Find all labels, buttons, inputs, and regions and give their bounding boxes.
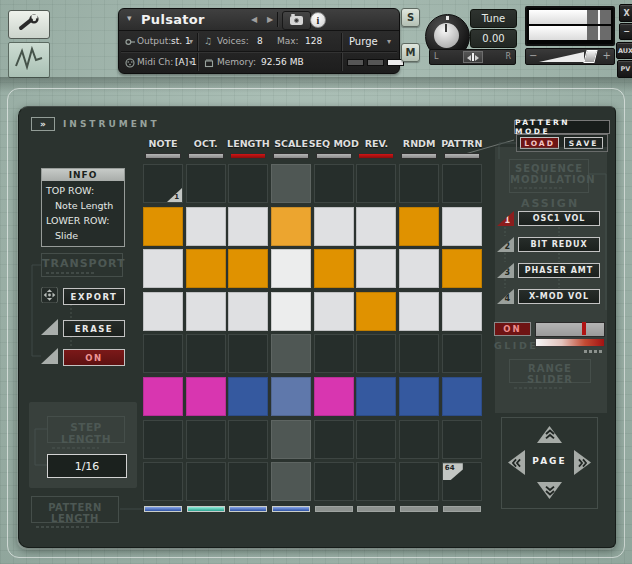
column-header[interactable]: SEQ MOD [314, 137, 354, 150]
erase-button[interactable]: ERASE [63, 320, 125, 337]
step-cell[interactable] [314, 334, 354, 373]
step-cell[interactable] [271, 292, 311, 331]
step-cell[interactable] [271, 334, 311, 373]
step-cell[interactable] [399, 420, 439, 459]
waveform-button[interactable] [8, 42, 50, 78]
volume-slider[interactable]: − + [525, 48, 615, 65]
mute-button[interactable]: M [401, 43, 420, 62]
step-cell[interactable] [399, 334, 439, 373]
column-header[interactable]: NOTE [143, 137, 183, 150]
tune-value[interactable]: 0.00 [470, 29, 517, 48]
step-cell[interactable] [228, 420, 268, 459]
snapshot-camera-button[interactable] [282, 11, 311, 30]
step-cell[interactable]: 1 [143, 164, 183, 203]
step-cell[interactable] [356, 462, 396, 501]
glide-on-button[interactable]: ON [494, 322, 531, 336]
export-button[interactable]: EXPORT [63, 288, 125, 305]
page-right-button[interactable] [574, 450, 591, 475]
step-cell[interactable] [442, 377, 482, 416]
minimize-button[interactable]: − [619, 23, 632, 40]
step-cell[interactable] [271, 207, 311, 246]
step-cell[interactable] [228, 462, 268, 501]
page-up-button[interactable] [537, 426, 562, 443]
column-header[interactable]: SCALE [271, 137, 311, 150]
title-dropdown-icon[interactable]: ▾ [127, 13, 132, 23]
assign-slot-button[interactable]: PHASER AMT [518, 263, 600, 278]
step-cell[interactable] [186, 164, 226, 203]
assign-slot-number[interactable]: 1 [497, 211, 514, 226]
step-cell[interactable] [314, 377, 354, 416]
step-cell[interactable] [228, 164, 268, 203]
step-cell[interactable] [271, 164, 311, 203]
close-button[interactable]: X [619, 4, 632, 22]
assign-slot-number[interactable]: 4 [497, 289, 514, 304]
step-cell[interactable] [271, 377, 311, 416]
pattern-page-bar[interactable] [187, 506, 225, 512]
step-cell[interactable]: 64 [442, 462, 482, 501]
assign-slot-button[interactable]: X-MOD VOL [518, 289, 600, 304]
step-cell[interactable] [314, 164, 354, 203]
step-cell[interactable] [314, 292, 354, 331]
step-cell[interactable] [186, 292, 226, 331]
assign-slot-button[interactable]: OSC1 VOL [518, 211, 600, 226]
column-header[interactable]: LENGTH [228, 137, 268, 150]
step-cell[interactable] [442, 292, 482, 331]
page-down-button[interactable] [537, 482, 562, 499]
pan-handle[interactable] [463, 51, 483, 63]
prev-instrument-icon[interactable]: ◀ [251, 15, 257, 24]
step-cell[interactable] [399, 164, 439, 203]
step-cell[interactable] [143, 249, 183, 288]
step-cell[interactable] [442, 207, 482, 246]
step-cell[interactable] [356, 207, 396, 246]
pan-slider[interactable]: L R [429, 49, 516, 65]
step-cell[interactable] [399, 292, 439, 331]
step-cell[interactable] [271, 420, 311, 459]
step-cell[interactable] [399, 377, 439, 416]
step-cell[interactable] [314, 462, 354, 501]
step-cell[interactable] [186, 462, 226, 501]
step-cell[interactable] [314, 249, 354, 288]
step-cell[interactable] [399, 462, 439, 501]
solo-button[interactable]: S [401, 8, 420, 27]
step-cell[interactable] [228, 334, 268, 373]
pattern-page-bar[interactable] [315, 506, 353, 512]
step-cell[interactable] [442, 420, 482, 459]
step-cell[interactable] [271, 249, 311, 288]
step-cell[interactable] [143, 462, 183, 501]
info-button[interactable]: i [310, 12, 326, 28]
sequencer-on-button[interactable]: ON [63, 349, 125, 366]
column-header[interactable]: OCT. [186, 137, 226, 150]
step-cell[interactable] [356, 249, 396, 288]
step-cell[interactable] [228, 292, 268, 331]
step-cell[interactable] [314, 420, 354, 459]
pattern-page-bar[interactable] [400, 506, 438, 512]
column-header[interactable]: RNDM [399, 137, 439, 150]
step-cell[interactable] [271, 462, 311, 501]
step-cell[interactable] [186, 334, 226, 373]
assign-slot-number[interactable]: 3 [497, 263, 514, 278]
aux-button[interactable]: AUX [616, 42, 632, 59]
pattern-page-bar[interactable] [443, 506, 481, 512]
step-cell[interactable] [143, 377, 183, 416]
step-cell[interactable] [356, 377, 396, 416]
step-cell[interactable] [356, 292, 396, 331]
page-left-button[interactable] [508, 450, 525, 475]
pattern-page-bar[interactable] [357, 506, 395, 512]
step-cell[interactable] [314, 207, 354, 246]
step-cell[interactable] [442, 249, 482, 288]
pv-button[interactable]: PV [617, 60, 632, 78]
step-cell[interactable] [143, 207, 183, 246]
next-instrument-icon[interactable]: ▶ [267, 15, 273, 24]
step-cell[interactable] [399, 249, 439, 288]
output-dropdown-icon[interactable]: ▾ [189, 37, 193, 46]
step-cell[interactable] [356, 164, 396, 203]
column-header[interactable]: REV. [356, 137, 396, 150]
purge-dropdown-icon[interactable]: ▾ [387, 37, 391, 46]
step-cell[interactable] [228, 207, 268, 246]
step-cell[interactable] [356, 420, 396, 459]
step-cell[interactable] [143, 292, 183, 331]
step-length-value[interactable]: 1/16 [47, 454, 127, 478]
assign-slot-number[interactable]: 2 [497, 237, 514, 252]
step-cell[interactable] [399, 207, 439, 246]
volume-handle[interactable] [583, 50, 597, 63]
